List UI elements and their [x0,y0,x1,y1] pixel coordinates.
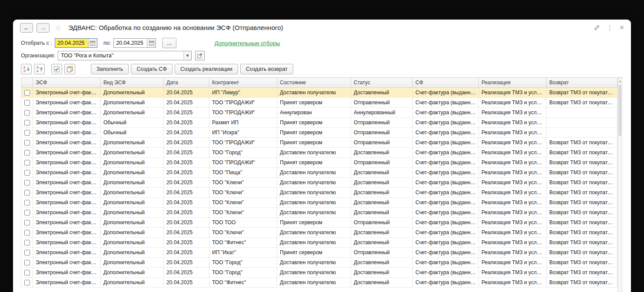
row-checkbox[interactable] [24,200,30,206]
table-cell: 20.04.2025 [164,207,209,217]
table-cell: Реализация ТМЗ и услуг 0... [479,127,547,137]
scroll-up-icon[interactable]: ▲ [618,78,622,84]
period-more-button[interactable]: ... [162,38,176,48]
date-to-input[interactable] [114,39,147,47]
column-header[interactable]: Состояние [277,78,351,87]
table-cell: Реализация ТМЗ и услуг 0... [479,247,547,257]
table-row[interactable]: Электронный счет-фактура...Дополнительны… [21,207,617,217]
column-header[interactable]: Контрагент [209,78,277,87]
table-row[interactable]: Электронный счет-фактура...Дополнительны… [21,187,617,197]
table-row[interactable]: Электронный счет-фактура...Дополнительны… [21,167,617,177]
row-checkbox[interactable] [24,160,30,166]
table-cell: Счет-фактура (выданный) ... [413,127,479,137]
table-cell: Принят сервером [277,217,351,227]
table-row[interactable]: Электронный счет-фактура...Дополнительны… [21,257,617,267]
table-row[interactable]: Электронный счет-фактура...Дополнительны… [21,137,617,147]
create-sf-button[interactable]: Создать СФ [131,64,173,74]
column-header[interactable]: Дата [164,78,209,87]
row-checkbox[interactable] [24,280,30,285]
column-header[interactable]: СФ [413,78,479,87]
table-row[interactable]: Электронный счет-фактура...Обычный20.04.… [21,127,617,137]
scrollbar-thumb[interactable] [618,85,621,136]
esf-table: ЭСФВид ЭСФДатаКонтрагентСостояниеСтатусС… [21,78,617,288]
table-row[interactable]: Электронный счет-фактура...Дополнительны… [21,197,617,207]
table-row[interactable]: Электронный счет-фактура...Дополнительны… [21,157,617,167]
organization-dropdown-button[interactable]: ▼ [183,51,191,60]
favorite-star-icon[interactable]: ☆ [55,23,61,32]
sort-descending-icon: Я А [36,66,43,73]
table-cell: Рахмет ИП [209,117,277,127]
table-cell: Реализация ТМЗ и услуг 0... [479,257,547,267]
organization-open-button[interactable] [195,51,205,60]
row-checkbox[interactable] [24,170,30,176]
window-title: ЭДВАНС: Обработка по созданию на основан… [68,24,283,31]
date-from-input[interactable] [55,39,88,47]
table-row[interactable]: Электронный счет-фактура...Дополнительны… [21,97,617,107]
table-cell: ТОО "Ключи" [209,187,277,197]
sort-ascending-button[interactable]: А Я [21,64,32,74]
open-icon [197,53,202,59]
table-cell [547,107,617,117]
table-cell: Электронный счет-фактура... [33,117,101,127]
row-checkbox[interactable] [24,110,30,116]
column-header[interactable]: ЭСФ [33,78,101,87]
sort-descending-button[interactable]: Я А [34,64,45,74]
table-row[interactable]: Электронный счет-фактура...Дополнительны… [21,237,617,247]
table-row[interactable]: Электронный счет-фактура...Дополнительны… [21,177,617,187]
row-checkbox[interactable] [24,140,30,146]
row-checkbox[interactable] [24,120,30,126]
forward-icon: → [40,25,46,31]
table-row[interactable]: Электронный счет-фактура...Дополнительны… [21,107,617,117]
organization-row: Организация: ▼ [21,50,631,61]
row-checkbox[interactable] [24,100,30,106]
row-checkbox[interactable] [24,130,30,136]
create-realization-button[interactable]: Создать реализации [175,64,238,74]
back-button[interactable]: ← [20,23,33,33]
more-menu-icon[interactable]: ⋮ [607,24,613,31]
table-cell: Возврат ТМЗ от покупател... [547,237,617,247]
checkmark-list-icon [53,66,60,73]
vertical-scrollbar[interactable]: ▲ [617,78,622,292]
table-row[interactable]: Электронный счет-фактура...Обычный20.04.… [21,117,617,127]
column-header[interactable]: Реализация [479,78,547,87]
row-checkbox[interactable] [24,210,30,216]
row-checkbox[interactable] [24,250,30,256]
column-header[interactable]: Статус [351,78,413,87]
row-checkbox[interactable] [24,180,30,186]
mark-all-button[interactable] [51,64,62,74]
table-row[interactable]: Электронный счет-фактура...Дополнительны… [21,277,617,287]
table-row[interactable]: Электронный счет-фактура...Дополнительны… [21,267,617,277]
table-row[interactable]: Электронный счет-фактура...Дополнительны… [21,217,617,227]
create-return-button[interactable]: Создать возврат [240,64,293,74]
table-row[interactable]: Электронный счет-фактура...Дополнительны… [21,87,617,97]
column-header[interactable]: Вид ЭСФ [101,78,164,87]
table-row[interactable]: Электронный счет-фактура...Дополнительны… [21,147,617,157]
row-checkbox[interactable] [24,220,30,226]
row-checkbox[interactable] [24,270,30,275]
link-icon[interactable] [594,24,600,31]
column-header[interactable]: Возврат [547,78,617,87]
additional-filters-link[interactable]: Дополнительные отборы [215,40,280,46]
table-cell: 20.04.2025 [164,197,209,207]
row-checkbox[interactable] [24,90,30,96]
row-checkbox[interactable] [24,240,30,246]
close-icon[interactable]: × [620,24,624,31]
organization-input[interactable] [58,51,183,60]
forward-button[interactable]: → [37,23,50,33]
fill-button[interactable]: Заполнить [91,64,129,74]
table-row[interactable]: Электронный счет-фактура...Дополнительны… [21,247,617,257]
table-row[interactable]: Электронный счет-фактура...Дополнительны… [21,227,617,237]
table-cell: ТОО "Город" [209,147,277,157]
table-cell: Электронный счет-фактура... [33,177,101,187]
table-cell: Доставлен получателю [277,227,351,237]
row-checkbox[interactable] [24,190,30,196]
row-checkbox[interactable] [24,230,30,236]
row-checkbox[interactable] [24,260,30,265]
table-cell: Возврат ТМЗ от покупател... [547,157,617,167]
row-checkbox[interactable] [24,150,30,156]
copy-button[interactable] [64,64,75,74]
calendar-from-button[interactable] [88,39,97,47]
table-cell: Счет-фактура (выданный) ... [413,107,479,117]
table-cell: Возврат ТМЗ от покупател... [547,137,617,147]
calendar-to-button[interactable] [147,39,156,47]
